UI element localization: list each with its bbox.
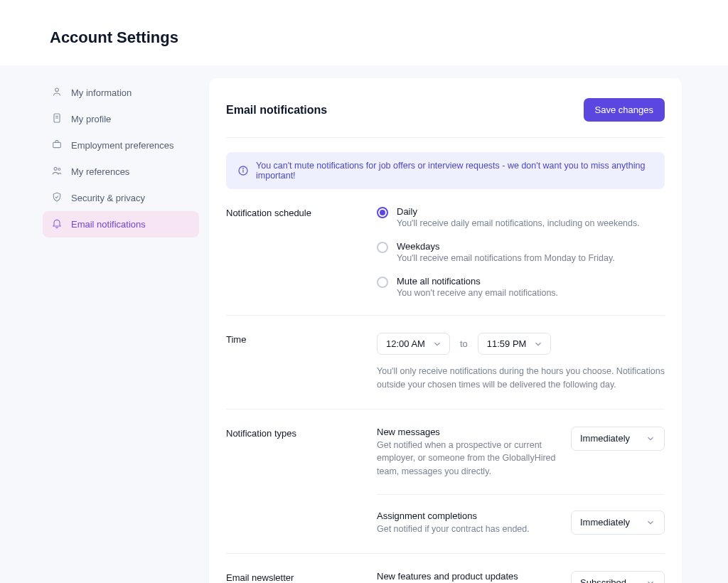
svg-rect-4 [53, 142, 61, 147]
info-alert: You can't mute notifications for job off… [226, 152, 665, 189]
page-header: Account Settings [0, 0, 728, 65]
sidebar-item-label: My references [71, 166, 129, 177]
subscription-select-product-updates[interactable]: Subscribed [571, 571, 665, 584]
type-title: Assignment completions [377, 510, 557, 521]
section-email-newsletter: Email newsletter New features and produc… [226, 554, 665, 584]
sidebar-item-label: Email notifications [71, 219, 146, 230]
svg-point-0 [55, 88, 59, 92]
settings-panel: Email notifications Save changes You can… [209, 78, 682, 583]
section-label: Notification schedule [226, 206, 377, 298]
chevron-down-icon [646, 518, 655, 528]
section-notification-schedule: Notification schedule Daily You'll recei… [226, 189, 665, 316]
time-to-value: 11:59 PM [487, 338, 527, 349]
type-desc: Get notified when a prospective or curre… [377, 439, 557, 478]
section-notification-types: Notification types New messages Get noti… [226, 410, 665, 554]
select-value: Immediately [580, 517, 630, 528]
select-value: Subscribed [580, 577, 626, 583]
sidebar-item-employment-preferences[interactable]: Employment preferences [43, 132, 199, 159]
users-icon [51, 165, 63, 178]
briefcase-icon [51, 139, 63, 152]
svg-point-5 [54, 167, 57, 170]
svg-point-6 [58, 168, 60, 170]
frequency-select-assignment-completions[interactable]: Immediately [571, 510, 665, 535]
section-time: Time 12:00 AM to 11:59 PM [226, 316, 665, 410]
sidebar-item-label: Employment preferences [71, 140, 174, 151]
radio-daily[interactable] [377, 207, 388, 218]
bell-icon [51, 218, 63, 231]
type-desc: Get notified if your contract has ended. [377, 523, 557, 536]
section-label: Email newsletter [226, 571, 377, 584]
sidebar-item-label: Security & privacy [71, 193, 145, 203]
panel-title: Email notifications [226, 104, 327, 117]
chevron-down-icon [432, 339, 442, 349]
chevron-down-icon [533, 339, 543, 349]
sidebar-item-security-privacy[interactable]: Security & privacy [43, 185, 199, 211]
sidebar-item-my-profile[interactable]: My profile [43, 106, 199, 132]
chevron-down-icon [646, 434, 655, 444]
user-icon [51, 86, 63, 100]
sidebar-item-my-references[interactable]: My references [43, 159, 199, 185]
radio-label: Weekdays [397, 241, 615, 252]
svg-point-9 [243, 169, 244, 169]
info-icon [237, 165, 249, 176]
sidebar-item-label: My information [71, 87, 132, 98]
newsletter-title: New features and product updates [377, 571, 557, 582]
chevron-down-icon [646, 578, 655, 584]
time-help-text: You'll only receive notifications during… [377, 365, 665, 392]
time-from-value: 12:00 AM [386, 338, 425, 349]
radio-label: Daily [397, 206, 640, 217]
shield-icon [51, 191, 63, 205]
time-to-select[interactable]: 11:59 PM [478, 333, 552, 355]
frequency-select-new-messages[interactable]: Immediately [571, 427, 665, 451]
radio-weekdays[interactable] [377, 242, 388, 253]
sidebar-item-label: My profile [71, 114, 111, 124]
radio-label: Mute all notifications [397, 276, 558, 287]
section-label: Notification types [226, 427, 377, 536]
sidebar-item-email-notifications[interactable]: Email notifications [43, 211, 199, 237]
type-title: New messages [377, 427, 557, 437]
page-title: Account Settings [50, 28, 678, 47]
alert-text: You can't mute notifications for job off… [256, 161, 653, 181]
sidebar: My information My profile Employment pre… [0, 65, 209, 583]
radio-mute[interactable] [377, 277, 388, 288]
section-label: Time [226, 333, 377, 392]
sidebar-item-my-information[interactable]: My information [43, 80, 199, 106]
radio-desc: You won't receive any email notification… [397, 288, 558, 298]
radio-desc: You'll receive email notifications from … [397, 253, 615, 263]
select-value: Immediately [580, 433, 630, 444]
time-from-select[interactable]: 12:00 AM [377, 333, 450, 355]
radio-desc: You'll receive daily email notifications… [397, 218, 640, 228]
file-icon [51, 112, 63, 126]
save-changes-button[interactable]: Save changes [584, 98, 665, 122]
time-to-label: to [460, 338, 468, 349]
